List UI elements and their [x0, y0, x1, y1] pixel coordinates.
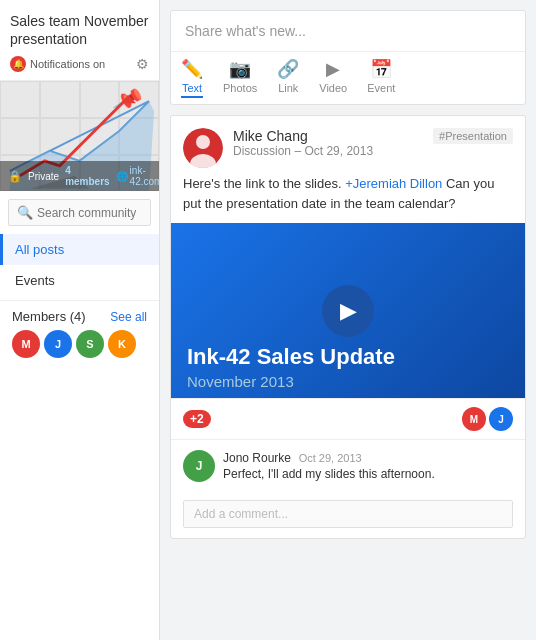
post-tag: #Presentation — [433, 128, 513, 144]
post-body: Here's the link to the slides. +Jeremiah… — [171, 174, 525, 223]
post-body-text: Here's the link to the slides. — [183, 176, 345, 191]
reaction-avatar-1: J — [489, 407, 513, 431]
cover-private-label: Private — [28, 171, 59, 182]
post-type: Discussion – Oct 29, 2013 — [233, 144, 423, 158]
photos-icon: 📷 — [229, 58, 251, 80]
gear-icon[interactable]: ⚙ — [136, 56, 149, 72]
sidebar-cover: 📌 🔒 Private 4 members 🌐 ink-42.com — [0, 81, 159, 191]
compose-action-event[interactable]: 📅 Event — [367, 58, 395, 98]
link-icon: 🌐 — [116, 171, 128, 182]
search-input[interactable] — [37, 206, 142, 220]
comment-text: Perfect, I'll add my slides this afterno… — [223, 467, 513, 481]
member-avatar-1: J — [44, 330, 72, 358]
post-mention[interactable]: +Jeremiah Dillon — [345, 176, 442, 191]
see-all-link[interactable]: See all — [110, 310, 147, 324]
video-title: Ink-42 Sales Update — [187, 344, 395, 370]
cover-lock-icon: 🔒 — [8, 170, 22, 183]
search-icon: 🔍 — [17, 205, 33, 220]
sidebar-header: Sales team November presentation 🔔 Notif… — [0, 0, 159, 81]
compose-event-label: Event — [367, 82, 395, 94]
cover-info-bar: 🔒 Private 4 members 🌐 ink-42.com — [0, 161, 159, 191]
compose-box: Share what's new... ✏️ Text 📷 Photos 🔗 L… — [170, 10, 526, 105]
compose-action-link[interactable]: 🔗 Link — [277, 58, 299, 98]
member-avatar-3: K — [108, 330, 136, 358]
svg-point-5 — [196, 135, 210, 149]
post-video-thumbnail[interactable]: ▶ Ink-42 Sales Update November 2013 — [171, 223, 525, 398]
cover-members-count: 4 members — [65, 165, 109, 187]
video-icon: ▶ — [326, 58, 340, 80]
comment-author-avatar: J — [183, 450, 215, 482]
compose-input[interactable]: Share what's new... — [171, 11, 525, 52]
sidebar-title: Sales team November presentation — [10, 12, 149, 48]
sidebar: Sales team November presentation 🔔 Notif… — [0, 0, 160, 640]
svg-marker-2 — [121, 97, 136, 104]
post-card: Mike Chang Discussion – Oct 29, 2013 #Pr… — [170, 115, 526, 539]
post-reactions: +2 M J — [171, 398, 525, 439]
comment: J Jono Rourke Oct 29, 2013 Perfect, I'll… — [183, 450, 513, 482]
plus-badge[interactable]: +2 — [183, 410, 211, 428]
comment-date: Oct 29, 2013 — [299, 452, 362, 464]
sidebar-item-all-posts[interactable]: All posts — [0, 234, 159, 265]
members-header: Members (4) See all — [12, 309, 147, 324]
compose-action-text[interactable]: ✏️ Text — [181, 58, 203, 98]
compose-photos-label: Photos — [223, 82, 257, 94]
sidebar-nav: All posts Events — [0, 234, 159, 296]
reaction-avatar-0: M — [462, 407, 486, 431]
notifications-bar: 🔔 Notifications on ⚙ — [10, 56, 149, 72]
link-icon: 🔗 — [277, 58, 299, 80]
members-avatars: M J S K — [12, 330, 147, 358]
event-icon: 📅 — [370, 58, 392, 80]
compose-actions: ✏️ Text 📷 Photos 🔗 Link ▶ Video 📅 Event — [171, 52, 525, 104]
post-meta: Mike Chang Discussion – Oct 29, 2013 — [233, 128, 423, 158]
notifications-label: Notifications on — [30, 58, 105, 70]
compose-text-label: Text — [182, 82, 202, 94]
comment-author-name: Jono Rourke — [223, 451, 291, 465]
reaction-avatars: M J — [462, 407, 513, 431]
post-header: Mike Chang Discussion – Oct 29, 2013 #Pr… — [171, 116, 525, 174]
cover-link: 🌐 ink-42.com — [116, 165, 159, 187]
members-label: Members (4) — [12, 309, 86, 324]
main-content: Share what's new... ✏️ Text 📷 Photos 🔗 L… — [160, 0, 536, 640]
comment-section: J Jono Rourke Oct 29, 2013 Perfect, I'll… — [171, 439, 525, 500]
text-icon: ✏️ — [181, 58, 203, 80]
compose-action-photos[interactable]: 📷 Photos — [223, 58, 257, 98]
comment-author-line: Jono Rourke Oct 29, 2013 — [223, 450, 513, 465]
compose-link-label: Link — [278, 82, 298, 94]
post-author-name: Mike Chang — [233, 128, 308, 144]
sidebar-item-events[interactable]: Events — [0, 265, 159, 296]
search-bar[interactable]: 🔍 — [8, 199, 151, 226]
add-comment-box[interactable]: Add a comment... — [183, 500, 513, 528]
member-avatar-0: M — [12, 330, 40, 358]
members-section: Members (4) See all M J S K — [0, 300, 159, 366]
compose-action-video[interactable]: ▶ Video — [319, 58, 347, 98]
play-button[interactable]: ▶ — [322, 285, 374, 337]
notification-icon: 🔔 — [10, 56, 26, 72]
compose-video-label: Video — [319, 82, 347, 94]
member-avatar-2: S — [76, 330, 104, 358]
post-author-avatar — [183, 128, 223, 168]
comment-body: Jono Rourke Oct 29, 2013 Perfect, I'll a… — [223, 450, 513, 482]
video-subtitle: November 2013 — [187, 373, 294, 390]
